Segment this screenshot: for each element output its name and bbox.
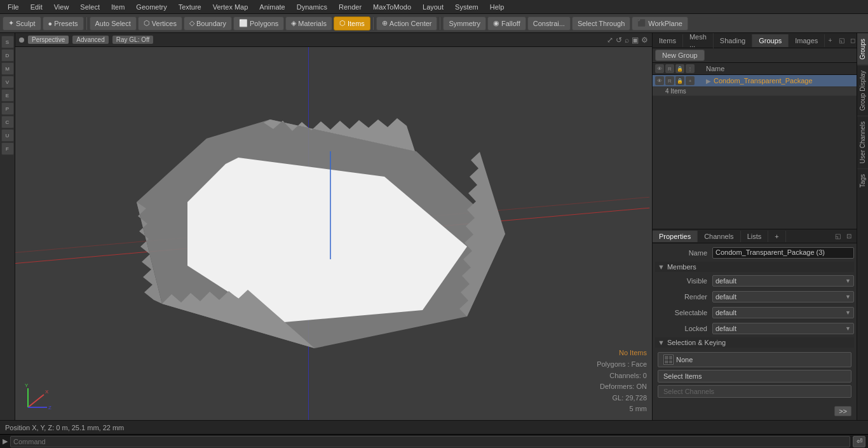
polygons-icon: ⬜ bbox=[239, 19, 248, 27]
vert-tab-groups[interactable]: Groups bbox=[857, 33, 868, 65]
polygons-button[interactable]: ⬜ Polygons bbox=[233, 17, 284, 31]
select-through-button[interactable]: Select Through bbox=[572, 17, 630, 31]
sidebar-dup[interactable]: D bbox=[1, 49, 14, 62]
select-through-label: Select Through bbox=[578, 20, 625, 27]
bottom-popout-icon[interactable]: ⊡ bbox=[844, 231, 854, 241]
viewport-icon-arrows[interactable]: ⤢ bbox=[607, 36, 613, 44]
none-button[interactable]: None bbox=[658, 352, 851, 367]
menu-vertex-map[interactable]: Vertex Map bbox=[208, 2, 254, 12]
menu-layout[interactable]: Layout bbox=[417, 2, 449, 12]
constrai-button[interactable]: Constrai... bbox=[527, 17, 571, 31]
tab-shading[interactable]: Shading bbox=[714, 34, 752, 47]
symmetry-button[interactable]: Symmetry bbox=[443, 17, 486, 31]
sidebar-fu[interactable]: F bbox=[1, 142, 14, 155]
locked-dropdown[interactable]: default ▼ bbox=[712, 323, 854, 334]
boundary-button[interactable]: ◇ Boundary bbox=[184, 17, 232, 31]
viewport-icon-search[interactable]: ⌕ bbox=[625, 36, 629, 44]
group-expand-icon[interactable]: + bbox=[686, 76, 695, 85]
tab-collapse-icon[interactable]: ◱ bbox=[836, 36, 846, 46]
items-icon: ⬡ bbox=[339, 19, 346, 27]
viewport-icon-refresh[interactable]: ↺ bbox=[616, 36, 622, 44]
vert-tab-group-display[interactable]: Group Display bbox=[857, 65, 868, 116]
selectable-label: Selectable bbox=[655, 309, 712, 316]
axes-svg: X Y Z bbox=[22, 382, 53, 414]
group-arrow: ▶ bbox=[706, 78, 711, 85]
vert-tab-user-channels[interactable]: User Channels bbox=[857, 116, 868, 168]
new-group-button[interactable]: New Group bbox=[655, 50, 705, 61]
sidebar-vert[interactable]: V bbox=[1, 76, 14, 88]
vertices-button[interactable]: ⬡ Vertices bbox=[138, 17, 182, 31]
viewport[interactable]: Perspective Advanced Ray GL: Off ⤢ ↺ ⌕ ▣… bbox=[15, 33, 652, 420]
viewport-icon-camera[interactable]: ▣ bbox=[632, 36, 639, 44]
menu-animate[interactable]: Animate bbox=[254, 2, 290, 12]
group-eye-icon[interactable]: 👁 bbox=[655, 76, 664, 85]
command-input[interactable] bbox=[10, 436, 850, 447]
tab-plus[interactable]: + bbox=[768, 231, 785, 242]
viewport-ray-gl[interactable]: Ray GL: Off bbox=[112, 36, 154, 44]
sidebar-mesh[interactable]: M bbox=[1, 62, 14, 75]
groups-list-header: 👁 R 🔒 ⋮ Name bbox=[653, 63, 857, 75]
col-icon-eye[interactable]: 👁 bbox=[655, 64, 664, 73]
menu-view[interactable]: View bbox=[49, 2, 74, 12]
tab-channels[interactable]: Channels bbox=[698, 231, 740, 242]
group-render-icon[interactable]: R bbox=[665, 76, 674, 85]
viewport-perspective[interactable]: Perspective bbox=[28, 36, 69, 44]
menu-maxtomodo[interactable]: MaxToModo bbox=[368, 2, 416, 12]
menu-system[interactable]: System bbox=[450, 2, 484, 12]
menu-dynamics[interactable]: Dynamics bbox=[292, 2, 332, 12]
menu-help[interactable]: Help bbox=[485, 2, 510, 12]
auto-select-label: Auto Select bbox=[95, 20, 131, 27]
menu-item[interactable]: Item bbox=[106, 2, 130, 12]
divider-3 bbox=[440, 17, 440, 30]
select-items-button[interactable]: Select Items bbox=[658, 370, 851, 383]
items-button[interactable]: ⬡ Items bbox=[334, 17, 370, 31]
workplane-button[interactable]: ⬛ WorkPlane bbox=[632, 17, 688, 31]
members-label: Members bbox=[667, 263, 696, 271]
materials-button[interactable]: ◈ Materials bbox=[285, 17, 332, 31]
vert-tab-tags[interactable]: Tags bbox=[857, 168, 868, 193]
menu-render[interactable]: Render bbox=[334, 2, 367, 12]
viewport-icon-gear[interactable]: ⚙ bbox=[641, 36, 648, 44]
menu-edit[interactable]: Edit bbox=[25, 2, 48, 12]
render-dropdown[interactable]: default ▼ bbox=[712, 291, 854, 302]
action-center-button[interactable]: ⊕ Action Center bbox=[376, 17, 438, 31]
sidebar-sculpt[interactable]: S bbox=[1, 36, 14, 48]
group-lock-icon[interactable]: 🔒 bbox=[675, 76, 684, 85]
sel-keying-section[interactable]: ▼ Selection & Keying bbox=[655, 337, 854, 348]
tab-items[interactable]: Items bbox=[653, 34, 683, 47]
col-icon-more[interactable]: ⋮ bbox=[686, 64, 695, 73]
menu-file[interactable]: File bbox=[3, 2, 24, 12]
viewport-advanced[interactable]: Advanced bbox=[72, 36, 108, 44]
sidebar-c[interactable]: C bbox=[1, 116, 14, 128]
sidebar-pol[interactable]: P bbox=[1, 102, 14, 115]
menu-select[interactable]: Select bbox=[75, 2, 105, 12]
tab-lists[interactable]: Lists bbox=[741, 231, 769, 242]
tab-settings-icon[interactable]: ◻ bbox=[848, 36, 857, 46]
expand-button[interactable]: >> bbox=[834, 406, 851, 416]
falloff-button[interactable]: ◉ Falloff bbox=[487, 17, 526, 31]
axes-indicator: X Y Z bbox=[22, 382, 53, 414]
none-dot-3 bbox=[665, 360, 668, 364]
select-channels-button[interactable]: Select Channels bbox=[658, 385, 851, 398]
members-section[interactable]: ▼ Members bbox=[655, 262, 854, 272]
presets-button[interactable]: ● Presets bbox=[43, 17, 84, 31]
col-icon-render[interactable]: R bbox=[665, 64, 674, 73]
group-row[interactable]: 👁 R 🔒 + ▶ Condom_Transparent_Package bbox=[653, 75, 857, 87]
command-go-button[interactable]: ⏎ bbox=[853, 436, 865, 447]
viewport-canvas[interactable]: No Items Polygons : Face Channels: 0 Def… bbox=[15, 47, 652, 420]
col-icon-lock[interactable]: 🔒 bbox=[675, 64, 684, 73]
tab-images[interactable]: Images bbox=[789, 34, 825, 47]
sidebar-e[interactable]: E bbox=[1, 89, 14, 102]
auto-select-button[interactable]: Auto Select bbox=[90, 17, 137, 31]
name-input[interactable]: Condom_Transparent_Package (3) bbox=[712, 247, 854, 259]
sidebar-uv[interactable]: U bbox=[1, 129, 14, 142]
menu-geometry[interactable]: Geometry bbox=[131, 2, 172, 12]
sculpt-button[interactable]: ✦ Sculpt bbox=[3, 17, 41, 31]
visible-dropdown[interactable]: default ▼ bbox=[712, 275, 854, 287]
tab-properties[interactable]: Properties bbox=[653, 231, 698, 242]
bottom-expand-icon[interactable]: ◱ bbox=[832, 231, 843, 241]
menu-texture[interactable]: Texture bbox=[173, 2, 207, 12]
tab-groups[interactable]: Groups bbox=[752, 34, 789, 47]
selectable-dropdown[interactable]: default ▼ bbox=[712, 307, 854, 318]
tab-expand-icon[interactable]: + bbox=[825, 36, 835, 46]
